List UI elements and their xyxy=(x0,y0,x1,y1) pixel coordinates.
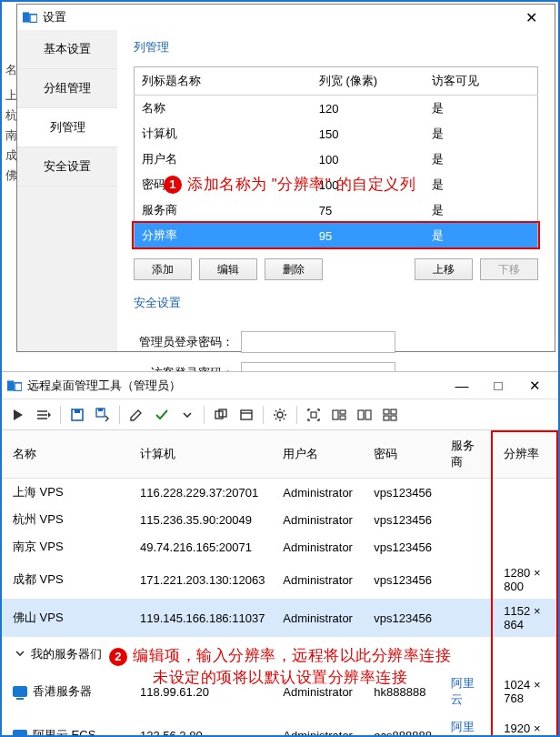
open-menu-icon[interactable] xyxy=(31,403,56,427)
grid-col-name[interactable]: 名称 xyxy=(2,430,129,479)
edit-button[interactable]: 编辑 xyxy=(199,258,257,280)
delete-button[interactable]: 删除 xyxy=(265,258,323,280)
cell-resolution xyxy=(493,479,558,507)
cell-width: 100 xyxy=(312,146,425,172)
svg-rect-22 xyxy=(391,416,396,420)
dialog-title: 设置 xyxy=(43,9,66,25)
grid-row[interactable]: 成都 VPS171.221.203.130:12063Administrator… xyxy=(2,560,558,599)
main-titlebar[interactable]: 远程桌面管理工具（管理员） — □ ✕ xyxy=(2,372,558,399)
window-controls: — □ ✕ xyxy=(444,378,553,394)
svg-rect-20 xyxy=(391,409,396,414)
fullscreen-icon[interactable] xyxy=(301,403,326,427)
settings-dialog: 设置 ✕ 基本设置 分组管理 列管理 安全设置 列管理 列标题名称 列宽 (像素… xyxy=(16,4,555,352)
minimize-button[interactable]: — xyxy=(444,378,480,394)
col-header-visible[interactable]: 访客可见 xyxy=(425,67,537,96)
tab-column-manage[interactable]: 列管理 xyxy=(17,108,117,147)
column-table-row[interactable]: 用户名100是 xyxy=(135,146,538,172)
grid-row[interactable]: 南京 VPS49.74.216.165:20071Administratorvp… xyxy=(2,533,558,560)
cell-host: 123.56.2.80 xyxy=(129,713,272,737)
cell-pwd: vps123456 xyxy=(363,479,440,507)
main-title: 远程桌面管理工具（管理员） xyxy=(27,378,181,394)
tile-4-icon[interactable] xyxy=(377,403,403,427)
cell-name: 南京 VPS xyxy=(2,533,129,560)
cell-name: 名称 xyxy=(135,96,312,122)
cell-name: 杭州 VPS xyxy=(2,506,129,533)
column-table-row[interactable]: 计算机150是 xyxy=(135,121,538,146)
cell-pwd: vps123456 xyxy=(363,599,440,637)
grid-row[interactable]: 上海 VPS116.228.229.37:20701Administratorv… xyxy=(2,479,558,507)
column-table-row[interactable]: 服务商75是 xyxy=(135,197,538,223)
play-icon[interactable] xyxy=(5,403,31,427)
cell-user: Administrator xyxy=(272,599,363,637)
tab-basic-settings[interactable]: 基本设置 xyxy=(17,30,117,69)
grid-col-host[interactable]: 计算机 xyxy=(129,430,272,479)
cell-provider[interactable]: 阿里云 xyxy=(440,713,493,737)
maximize-button[interactable]: □ xyxy=(480,378,516,394)
main-window: 远程桌面管理工具（管理员） — □ ✕ xyxy=(2,371,558,735)
save-icon[interactable] xyxy=(65,403,90,427)
dialog-titlebar[interactable]: 设置 ✕ xyxy=(17,5,555,30)
annotation-text-2b: 未设定的项将以默认设置分辨率连接 xyxy=(2,667,558,689)
tile-3-icon[interactable] xyxy=(326,403,352,427)
gear-icon[interactable] xyxy=(267,403,293,427)
grid-row[interactable]: 佛山 VPS119.145.166.186:11037Administrator… xyxy=(2,599,558,637)
column-table-row[interactable]: 分辨率95是 xyxy=(135,223,538,249)
section-title-columns: 列管理 xyxy=(134,39,169,56)
cell-width: 150 xyxy=(312,121,425,146)
edit-icon[interactable] xyxy=(124,403,149,427)
cell-name: 阿里云 ECS xyxy=(2,713,129,737)
cell-host: 115.236.35.90:20049 xyxy=(129,506,272,533)
admin-password-label: 管理员登录密码： xyxy=(134,334,241,350)
tab-security-settings[interactable]: 安全设置 xyxy=(17,147,117,187)
overlap-windows-icon[interactable] xyxy=(208,403,234,427)
cell-host: 49.74.216.165:20071 xyxy=(129,533,272,560)
svg-rect-2 xyxy=(7,380,14,390)
window-close-button[interactable]: ✕ xyxy=(516,378,553,394)
cell-width: 100 xyxy=(312,172,425,197)
col-header-width[interactable]: 列宽 (像素) xyxy=(312,67,425,96)
settings-tab-list: 基本设置 分组管理 列管理 安全设置 xyxy=(17,30,117,351)
svg-point-12 xyxy=(277,412,283,418)
cell-name: 用户名 xyxy=(135,146,312,172)
column-table-row[interactable]: 密码100是 xyxy=(135,172,538,197)
cell-resolution: 1280 × 800 xyxy=(493,560,558,599)
svg-rect-17 xyxy=(358,410,364,419)
dropdown-caret-icon[interactable] xyxy=(175,403,200,427)
cell-name: 佛山 VPS xyxy=(2,599,129,637)
single-window-icon[interactable] xyxy=(234,403,259,427)
cell-host: 171.221.203.130:12063 xyxy=(129,560,272,599)
save-dropdown-icon[interactable] xyxy=(90,403,115,427)
grid-col-provider[interactable]: 服务商 xyxy=(440,430,493,479)
column-table[interactable]: 列标题名称 列宽 (像素) 访客可见 名称120是计算机150是用户名100是密… xyxy=(134,66,538,249)
admin-password-input[interactable] xyxy=(241,331,395,353)
move-down-button[interactable]: 下移 xyxy=(480,258,538,280)
annotation-callout-2: 2编辑项，输入分辨率，远程将以此分辨率连接 未设定的项将以默认设置分辨率连接 xyxy=(2,645,558,689)
svg-rect-16 xyxy=(340,416,345,419)
cell-pwd: vps123456 xyxy=(363,506,440,533)
grid-row[interactable]: 阿里云 ECS123.56.2.80Administratorecs888888… xyxy=(2,713,558,737)
grid-col-resolution[interactable]: 分辨率 xyxy=(493,430,558,479)
connection-grid: 名称 计算机 用户名 密码 服务商 分辨率 上海 VPS116.228.229.… xyxy=(2,430,558,737)
grid-row[interactable]: 杭州 VPS115.236.35.90:20049Administratorvp… xyxy=(2,506,558,533)
cell-user: Administrator xyxy=(272,560,363,599)
svg-rect-13 xyxy=(311,412,316,418)
cell-user: Administrator xyxy=(272,533,363,560)
cell-visible: 是 xyxy=(425,172,537,197)
move-up-button[interactable]: 上移 xyxy=(415,258,473,280)
tile-2-icon[interactable] xyxy=(352,403,377,427)
cell-visible: 是 xyxy=(425,121,537,146)
column-table-row[interactable]: 名称120是 xyxy=(135,96,538,122)
admin-password-row: 管理员登录密码： xyxy=(134,331,538,353)
dialog-close-button[interactable]: ✕ xyxy=(513,9,549,26)
annotation-number-2: 2 xyxy=(109,648,127,666)
cell-host: 119.145.166.186:11037 xyxy=(129,599,272,637)
check-icon[interactable] xyxy=(149,403,175,427)
col-header-name[interactable]: 列标题名称 xyxy=(135,67,312,96)
tab-group-manage[interactable]: 分组管理 xyxy=(17,69,117,108)
grid-col-pwd[interactable]: 密码 xyxy=(363,430,440,479)
cell-name: 服务商 xyxy=(135,197,312,223)
add-button[interactable]: 添加 xyxy=(134,258,192,280)
svg-rect-10 xyxy=(241,410,252,419)
section-title-security: 安全设置 xyxy=(134,295,181,311)
grid-col-user[interactable]: 用户名 xyxy=(272,430,363,479)
